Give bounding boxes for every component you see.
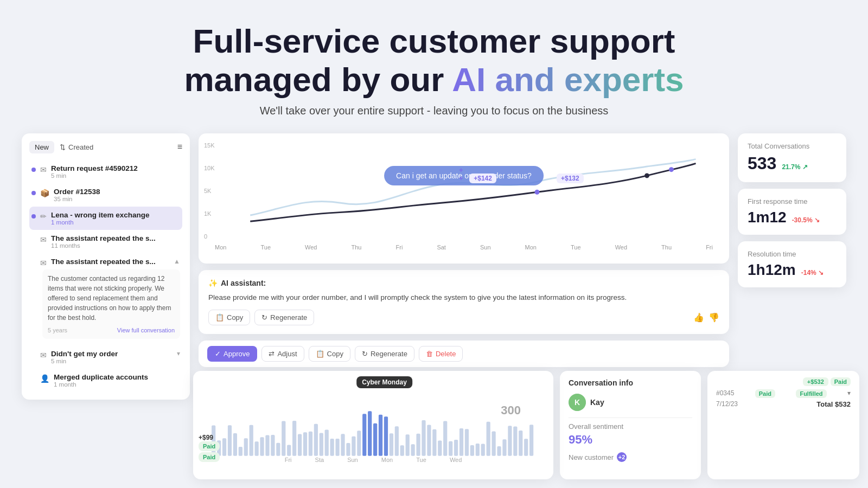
- paid-overlay: +$99 Paid Paid: [199, 434, 220, 463]
- svg-point-2: [669, 167, 674, 172]
- sliders-icon: ⇄: [269, 350, 275, 358]
- svg-rect-52: [476, 444, 480, 456]
- svg-rect-60: [519, 431, 522, 456]
- package-icon: 📦: [40, 189, 49, 197]
- avatar: K: [569, 394, 586, 411]
- avatar-svg: K: [569, 394, 586, 411]
- sentiment-value: 95%: [569, 433, 692, 447]
- svg-rect-34: [379, 415, 382, 456]
- chat-actions: 📋 Copy ↻ Regenerate 👍 👎: [208, 310, 719, 325]
- chart-panel: 15K 10K 5K 1K 0 Can i get an update on m…: [199, 133, 729, 264]
- svg-rect-32: [368, 411, 372, 455]
- filter-button[interactable]: ≡: [177, 142, 182, 152]
- regenerate-button-2[interactable]: ↻ Regenerate: [355, 346, 414, 362]
- bar-count-label: 300: [501, 403, 521, 418]
- main-panels: New ⇅ Created ≡ ✉ Return request #459021…: [0, 128, 868, 406]
- ai-label: ✨ AI assistant:: [208, 279, 719, 287]
- svg-rect-20: [303, 432, 307, 455]
- delete-button[interactable]: 🗑 Delete: [419, 346, 463, 362]
- sort-icon: ⇅: [60, 143, 66, 151]
- svg-rect-7: [233, 433, 237, 456]
- svg-rect-59: [513, 427, 517, 456]
- svg-rect-24: [325, 429, 329, 455]
- conversation-list: ✉ Return request #4590212 5 min 📦 Order …: [29, 160, 182, 393]
- expand-icon[interactable]: ▾: [177, 350, 180, 357]
- new-customer-label: New customer: [569, 453, 614, 461]
- svg-rect-61: [524, 439, 528, 456]
- copy-button[interactable]: 📋 Copy: [208, 310, 250, 325]
- list-item[interactable]: 📦 Order #12538 35 min: [29, 183, 182, 207]
- user-icon: 👤: [40, 374, 49, 383]
- hero-title: Full-service customer support managed by…: [0, 22, 868, 99]
- chart-y-labels: 15K 10K 5K 1K 0: [204, 142, 215, 240]
- order-card: +$532 Paid #0345 Paid Fulfilled ▾ 7/12/2…: [707, 371, 859, 479]
- new-customer-row: New customer +2: [569, 452, 692, 462]
- list-item[interactable]: ✉ Didn't get my order 5 min ▾: [29, 345, 182, 369]
- email-icon: ✉: [40, 165, 47, 174]
- regenerate-button[interactable]: ↻ Regenerate: [254, 310, 314, 325]
- sort-button[interactable]: ⇅ Created: [60, 143, 93, 151]
- unread-dot: [31, 191, 36, 195]
- conv-content: Return request #4590212 5 min: [51, 164, 180, 179]
- svg-rect-35: [384, 416, 388, 455]
- svg-rect-25: [330, 439, 334, 456]
- thumbs-up-button[interactable]: 👍: [693, 312, 704, 323]
- bottom-overlay: Cyber Monday +$99 Paid Paid Fri Sta Sun …: [193, 371, 859, 479]
- adjust-button[interactable]: ⇄ Adjust: [261, 346, 304, 362]
- order-id: #0345: [716, 389, 734, 398]
- stats-panel: Total Conversations 533 21.7% ↗ First re…: [738, 133, 846, 400]
- list-item[interactable]: ✉ Return request #4590212 5 min: [29, 160, 182, 183]
- new-customer-count: +2: [617, 452, 627, 462]
- bar-chart-svg: [202, 378, 545, 460]
- resolution-time-card: Resolution time 1h12m -14% ↘: [738, 241, 846, 287]
- list-item[interactable]: 👤 Merged duplicate accounts 1 month: [29, 369, 182, 392]
- hero-section: Full-service customer support managed by…: [0, 0, 868, 128]
- trash-icon: 🗑: [426, 350, 433, 358]
- svg-rect-15: [276, 443, 280, 456]
- list-item[interactable]: ✉ The assistant repeated the s... 11 mon…: [29, 230, 182, 253]
- order-badge-row: +$532 Paid: [716, 377, 851, 386]
- svg-rect-17: [287, 445, 291, 455]
- svg-rect-53: [481, 444, 485, 456]
- svg-rect-56: [497, 446, 501, 456]
- conv-content: Lena - wrong item exchange 1 month: [51, 211, 180, 226]
- unread-dot: [31, 214, 36, 219]
- annotation-132: +$132: [557, 174, 584, 182]
- expand-icon[interactable]: ▲: [174, 258, 180, 265]
- annotation-142: + + +$142: [459, 166, 496, 182]
- svg-rect-46: [443, 421, 447, 455]
- svg-text:K: K: [575, 398, 580, 407]
- svg-rect-10: [250, 425, 253, 456]
- svg-rect-58: [508, 426, 512, 455]
- svg-rect-62: [529, 425, 533, 456]
- approve-button[interactable]: ✓ Approve: [207, 346, 257, 362]
- approve-bar: ✓ Approve ⇄ Adjust 📋 Copy ↻ Regenerate 🗑…: [199, 341, 729, 367]
- ai-chat-panel: ✨ AI assistant: Please provide me with y…: [199, 270, 729, 335]
- edit-icon: ✏: [40, 212, 47, 221]
- new-badge[interactable]: New: [29, 141, 54, 153]
- svg-rect-40: [411, 444, 415, 455]
- thumbs-down-button[interactable]: 👎: [709, 312, 719, 323]
- order-row-2: 7/12/23 Total $532: [716, 400, 851, 408]
- svg-rect-13: [265, 435, 269, 455]
- list-item[interactable]: ✏ Lena - wrong item exchange 1 month: [29, 207, 182, 230]
- dot-inactive: [31, 261, 36, 265]
- cyber-monday-tooltip: Cyber Monday: [356, 376, 412, 388]
- dot-inactive: [31, 237, 36, 242]
- paid-badge: Paid: [831, 377, 851, 386]
- svg-rect-12: [260, 437, 264, 456]
- user-row: K Kay: [569, 394, 692, 411]
- order-amount-badge: +$532: [803, 377, 828, 386]
- svg-rect-44: [432, 429, 436, 456]
- conv-content: The assistant repeated the s...: [51, 258, 171, 266]
- list-item-expanded[interactable]: ✉ The assistant repeated the s... ▲ The …: [29, 253, 182, 346]
- dot-inactive: [31, 353, 36, 357]
- copy-button-2[interactable]: 📋 Copy: [309, 346, 350, 362]
- order-fulfilled-status: Fulfilled: [796, 389, 826, 398]
- svg-rect-54: [487, 422, 490, 456]
- email-icon: ✉: [40, 235, 47, 244]
- dropdown-icon[interactable]: ▾: [847, 389, 851, 398]
- first-response-row: 1m12 -30.5% ↘: [748, 209, 837, 226]
- view-full-link[interactable]: View full conversation: [117, 326, 175, 335]
- refresh-icon-2: ↻: [362, 350, 368, 358]
